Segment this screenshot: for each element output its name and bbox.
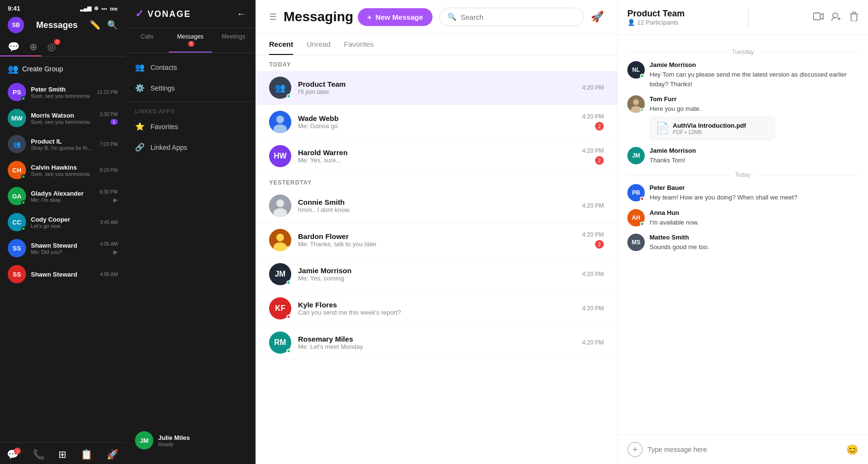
search-input[interactable] <box>461 13 557 21</box>
contacts-icon: 👥 <box>135 63 145 72</box>
create-group-icon: 👥 <box>8 64 18 74</box>
message-item-rosemary-miles[interactable]: RM Rosemary Miles Me: Let's meet Monday … <box>256 326 617 360</box>
tab-unread[interactable]: Unread <box>307 34 330 55</box>
message-item-jamie-morrison[interactable]: JM Jamie Morrison Me: Yes, coming 4:20 P… <box>256 257 617 292</box>
contact-name: Gladys Alexander <box>31 190 95 197</box>
msg-info: Rosemary Miles Me: Let's meet Monday <box>298 335 575 350</box>
contacts-label: Contacts <box>150 64 177 71</box>
mobile-contact-3[interactable]: CH Calvin Hawkins Sure, see you tommorow… <box>0 157 125 183</box>
msg-avatar <box>269 195 291 217</box>
msg-name: Connie Smith <box>298 198 575 206</box>
chat-header: Product Team 👤 12 Participants <box>618 0 868 35</box>
message-item-bardon-flower[interactable]: Bardon Flower Me: Thanks, talk to you la… <box>256 223 617 257</box>
chat-header-actions <box>813 12 858 24</box>
nav-apps[interactable]: ⊞ <box>58 449 67 460</box>
chat-msg-text: Here you go mate. <box>650 104 858 114</box>
divider <box>125 101 255 102</box>
msg-info: Harold Warren Me: Yes, sure... <box>298 148 575 164</box>
mobile-contact-4[interactable]: GA Gladys Alexander Me: I'm okay. 6:30 P… <box>0 183 125 209</box>
msg-name: Rosemary Miles <box>298 335 575 343</box>
add-participant-button[interactable] <box>831 12 842 24</box>
avatar: MW <box>8 109 26 127</box>
mobile-contact-6[interactable]: SS Shawn Steward Me: Did you? 4:05 AM ▶ <box>0 235 125 261</box>
overlay-header: ✓ VONAGE ← <box>125 0 255 28</box>
back-arrow-icon[interactable]: ← <box>237 9 245 19</box>
msg-time: 4:20 PM <box>582 113 604 120</box>
overlay-tab-meetings[interactable]: Meetings <box>212 28 255 53</box>
overlay-menu-contacts[interactable]: 👥 Contacts <box>125 57 255 78</box>
wifi-icon: ⊕ <box>94 5 98 12</box>
mobile-contact-2[interactable]: 👥 Product IL Shay B: I'm gonna be there … <box>0 131 125 157</box>
chat-msg-avatar: MS <box>627 234 645 251</box>
mobile-messages-title: Messages <box>36 20 78 30</box>
nav-calls[interactable]: 📞 <box>33 449 45 460</box>
create-group-button[interactable]: 👥 Create Group <box>0 59 125 79</box>
nav-messages[interactable]: 💬 1 <box>7 449 19 460</box>
delete-button[interactable] <box>850 12 858 24</box>
search-icon[interactable]: 🔍 <box>107 20 118 30</box>
mobile-header: SB Messages ✏️ 🔍 <box>0 15 125 37</box>
new-message-button[interactable]: + New Message <box>358 8 433 26</box>
messaging-header-right: + New Message 🔍 🚀 <box>358 8 604 26</box>
chat-input-area: + 😊 <box>618 435 868 464</box>
user-avatar: SB <box>8 17 24 33</box>
msg-preview: Me: Gonna go <box>298 122 575 130</box>
message-item-kyle-flores[interactable]: KF Kyle Flores Can you send me this week… <box>256 292 617 326</box>
contact-badge: 1 <box>110 119 118 125</box>
message-item-wade-webb[interactable]: Wade Webb Me: Gonna go 4:20 PM 2 <box>256 105 617 139</box>
messages-tab-badge: 7 <box>188 41 194 47</box>
overlay-menu-linked-apps[interactable]: 🔗 Linked Apps <box>125 137 255 158</box>
rocket-icon[interactable]: 🚀 <box>591 11 604 23</box>
chat-messages: Tuesday NL Jamie Morrison Hey Tom can yu… <box>618 35 868 435</box>
video-call-button[interactable] <box>813 13 824 23</box>
mobile-contact-7[interactable]: SS Shawn Steward 4:05 AM <box>0 261 125 287</box>
chat-msg-avatar: AH <box>627 209 645 226</box>
mobile-tab-messages[interactable]: 💬 <box>8 37 20 56</box>
message-item-connie-smith[interactable]: Connie Smith hmm.. I dont know. 4:20 PM <box>256 189 617 223</box>
svg-point-12 <box>633 99 639 105</box>
chat-participants: 👤 12 Participants <box>627 19 685 26</box>
contact-time: 4:05 AM <box>100 241 118 247</box>
overlay-menu-settings[interactable]: ⚙️ Settings <box>125 78 255 98</box>
msg-meta: 4:20 PM <box>582 271 604 278</box>
overlay-tab-calls[interactable]: Calls <box>125 28 169 53</box>
message-item-harold-warren[interactable]: HW Harold Warren Me: Yes, sure... 4:20 P… <box>256 139 617 173</box>
overlay-user-preview[interactable]: JM Julie Miles Ready <box>125 426 255 454</box>
contact-time: 11:15 PM <box>97 90 118 95</box>
contact-info: Calvin Hawkins Sure, see you tommorow. <box>31 164 95 177</box>
chat-msg-avatar: PB <box>627 184 645 201</box>
tab-recent[interactable]: Recent <box>269 34 293 55</box>
chat-msg-body: Tom Furr Here you go mate. 📄 AuthVia Int… <box>650 95 858 140</box>
attach-button[interactable]: + <box>627 442 643 457</box>
nav-more[interactable]: 🚀 <box>107 449 119 460</box>
linked-apps-icon: 🔗 <box>135 143 145 152</box>
date-label: Today <box>730 172 755 178</box>
nav-contacts[interactable]: 📋 <box>81 449 93 460</box>
mobile-tab-layers[interactable]: ⊕ <box>29 37 38 56</box>
chat-panel: Product Team 👤 12 Participants Tuesday <box>617 0 868 464</box>
mobile-contact-1[interactable]: MW Morris Watson Sure, see you tommorow.… <box>0 105 125 131</box>
mobile-contact-5[interactable]: CC Cody Cooper Let's go now 3:45 AM <box>0 209 125 235</box>
edit-icon[interactable]: ✏️ <box>90 20 100 30</box>
mobile-tab-notifications[interactable]: ◎7 <box>47 37 55 56</box>
contact-name: Cody Cooper <box>31 216 95 223</box>
chat-message-1: Tom Furr Here you go mate. 📄 AuthVia Int… <box>627 95 858 140</box>
hamburger-icon[interactable]: ☰ <box>269 12 277 22</box>
svg-point-1 <box>276 116 284 123</box>
avatar: 👥 <box>8 135 26 153</box>
chat-msg-sender: Jamie Morrison <box>650 147 858 154</box>
msg-name: Kyle Flores <box>298 301 575 309</box>
message-input[interactable] <box>648 446 841 453</box>
message-item-product-team[interactable]: 👥 Product Team I'll join later 4:20 PM <box>256 71 617 105</box>
contact-info: Shawn Steward Me: Did you? <box>31 242 95 255</box>
chat-msg-text: Hey Tom can yu please send me the latest… <box>650 70 858 89</box>
mobile-contact-0[interactable]: PS Peter Smith Sure, see you tommorow. 1… <box>0 79 125 105</box>
emoji-button[interactable]: 😊 <box>846 444 858 455</box>
msg-meta: 4:20 PM 2 <box>582 113 604 131</box>
tab-favorites[interactable]: Favorites <box>344 34 374 55</box>
contact-time: 6:30 PM <box>100 189 118 195</box>
participants-label: 12 Participants <box>637 19 678 26</box>
overlay-menu-favorites[interactable]: ⭐ Favorites <box>125 116 255 137</box>
mobile-tabs: 💬 ⊕ ◎7 <box>0 37 125 57</box>
overlay-tab-messages[interactable]: Messages 7 <box>169 28 212 53</box>
